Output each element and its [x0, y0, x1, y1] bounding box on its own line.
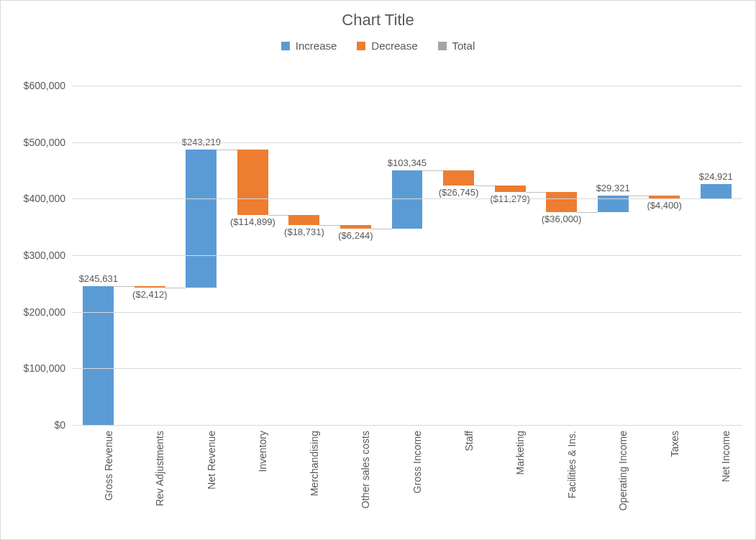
x-tick-label: Taxes	[669, 431, 680, 457]
bar	[649, 196, 680, 198]
x-tick-label: Gross Income	[411, 431, 423, 493]
gridline	[73, 425, 742, 426]
bar	[701, 184, 732, 198]
connector	[526, 192, 547, 193]
legend-swatch-total	[438, 42, 447, 50]
legend-item-total: Total	[438, 40, 475, 52]
y-tick-label: $400,000	[1, 193, 65, 204]
data-label: $29,321	[587, 183, 639, 193]
x-tick-label: Rev Adjustments	[154, 431, 165, 506]
gridline	[73, 368, 742, 369]
legend-label: Decrease	[371, 40, 417, 52]
data-label: ($4,400)	[639, 200, 691, 211]
y-tick-label: $600,000	[1, 80, 65, 91]
x-tick-label: Staff	[463, 431, 475, 452]
legend: Increase Decrease Total	[1, 40, 755, 52]
legend-item-increase: Increase	[281, 40, 337, 52]
connector	[422, 170, 443, 171]
bar	[443, 170, 474, 186]
data-label: ($36,000)	[536, 214, 588, 224]
legend-label: Increase	[296, 40, 337, 52]
data-label: $245,631	[73, 273, 124, 284]
y-tick-label: $300,000	[1, 250, 65, 261]
gridline	[73, 86, 742, 86]
connector	[217, 150, 237, 150]
x-tick-label: Other sales costs	[360, 431, 371, 508]
bar	[288, 215, 319, 226]
x-tick-label: Net Revenue	[206, 431, 217, 490]
legend-label: Total	[452, 40, 475, 52]
bar	[546, 192, 577, 212]
data-label: ($6,244)	[330, 230, 382, 241]
bar	[495, 186, 526, 192]
bar	[186, 150, 217, 287]
connector	[114, 286, 135, 287]
x-tick-label: Inventory	[257, 431, 268, 472]
y-tick-label: $200,000	[1, 306, 65, 318]
x-tick-label: Operating Income	[617, 431, 629, 511]
data-label: $103,345	[381, 157, 433, 168]
waterfall-chart: Chart Title Increase Decrease Total $0$1…	[0, 0, 756, 540]
gridline	[73, 198, 742, 199]
data-label: ($18,731)	[278, 226, 330, 237]
gridline	[73, 312, 742, 313]
x-tick-label: Merchandising	[309, 431, 320, 496]
y-axis: $0$100,000$200,000$300,000$400,000$500,0…	[1, 86, 73, 425]
x-tick-label: Marketing	[514, 431, 526, 475]
legend-item-decrease: Decrease	[357, 40, 417, 52]
bar	[83, 286, 114, 425]
connector	[165, 288, 186, 288]
connector	[474, 186, 495, 186]
connector	[319, 225, 340, 226]
gridline	[73, 255, 742, 256]
data-label: ($114,899)	[227, 216, 279, 227]
gridline	[73, 142, 742, 143]
bar	[392, 170, 423, 229]
connector	[577, 212, 598, 213]
data-label: ($26,745)	[433, 187, 485, 198]
legend-swatch-increase	[281, 42, 290, 50]
legend-swatch-decrease	[357, 42, 365, 50]
bar	[135, 286, 165, 288]
x-tick-label: Gross Revenue	[103, 431, 114, 500]
x-tick-label: Net Income	[720, 431, 732, 482]
chart-title: Chart Title	[1, 1, 755, 29]
data-label: $24,921	[690, 171, 742, 182]
bar	[340, 225, 371, 229]
y-tick-label: $500,000	[1, 137, 65, 148]
connector	[371, 229, 392, 229]
connector	[629, 196, 650, 196]
data-label: ($2,412)	[124, 289, 176, 300]
y-tick-label: $0	[1, 419, 65, 431]
bar	[237, 150, 268, 214]
connector	[268, 215, 289, 216]
x-tick-label: Facilities & Ins.	[566, 431, 578, 498]
x-axis: Gross RevenueRev AdjustmentsNet RevenueI…	[73, 425, 742, 533]
y-tick-label: $100,000	[1, 362, 65, 374]
